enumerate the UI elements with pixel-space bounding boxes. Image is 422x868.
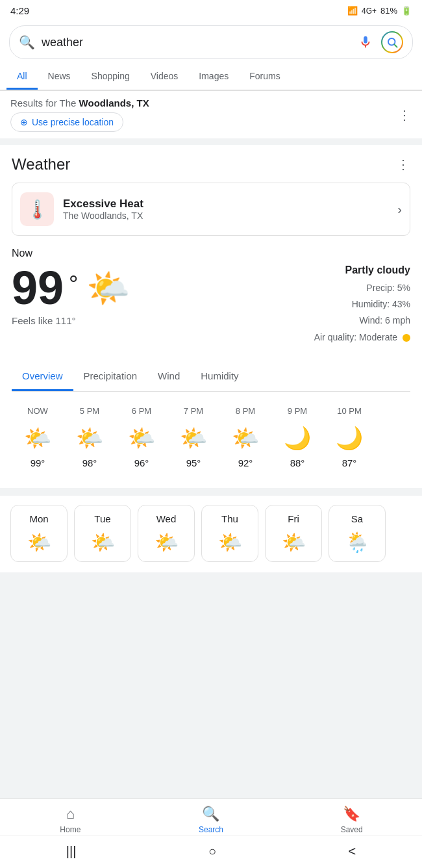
system-menu-button[interactable]: ||| xyxy=(53,841,90,862)
hour-temp-0: 99° xyxy=(31,457,45,468)
mic-button[interactable] xyxy=(356,33,375,51)
hour-icon-0: 🌤️ xyxy=(24,425,51,451)
tab-news[interactable]: News xyxy=(38,64,81,90)
daily-scroll[interactable]: Mon 🌤️ Tue 🌤️ Wed 🌤️ Thu 🌤️ Fri 🌤️ Sa 🌦️ xyxy=(0,502,422,572)
nav-search-label: Search xyxy=(199,825,223,834)
hour-icon-5: 🌙 xyxy=(284,425,311,451)
alert-subtitle: The Woodlands, TX xyxy=(63,211,143,221)
wtab-overview[interactable]: Overview xyxy=(12,363,73,391)
battery-icon: 🔋 xyxy=(401,6,412,16)
day-name-fri: Fri xyxy=(288,513,299,524)
search-bar-container: 🔍 weather xyxy=(0,19,422,64)
wtab-wind[interactable]: Wind xyxy=(147,363,190,391)
tab-forums[interactable]: Forums xyxy=(239,64,290,90)
hour-label-3: 7 PM xyxy=(184,406,203,416)
humidity-detail: Humidity: 43% xyxy=(314,296,410,313)
wtab-precipitation[interactable]: Precipitation xyxy=(73,363,148,391)
day-name-thu: Thu xyxy=(221,513,238,524)
wtab-humidity[interactable]: Humidity xyxy=(190,363,249,391)
search-tabs: All News Shopping Videos Images Forums xyxy=(0,64,422,90)
hour-icon-2: 🌤️ xyxy=(128,425,155,451)
day-card-mon: Mon 🌤️ xyxy=(10,505,68,562)
day-card-tue: Tue 🌤️ xyxy=(74,505,131,562)
tab-all[interactable]: All xyxy=(6,64,38,90)
thermometer-icon: 🌡️ xyxy=(26,199,49,220)
alert-chevron-icon: › xyxy=(397,202,402,217)
tab-videos[interactable]: Videos xyxy=(140,64,189,90)
hour-label-0: NOW xyxy=(27,406,48,416)
location-text: Results for The Woodlands, TX xyxy=(10,97,149,108)
nav-search[interactable]: 🔍 Search xyxy=(185,806,237,834)
lens-button[interactable] xyxy=(381,31,403,53)
hour-icon-3: 🌤️ xyxy=(180,425,207,451)
alert-title: Excessive Heat xyxy=(63,198,143,211)
system-back-button[interactable]: < xyxy=(336,841,369,862)
hour-label-5: 9 PM xyxy=(288,406,307,416)
day-name-wed: Wed xyxy=(156,513,177,524)
search-nav-icon: 🔍 xyxy=(202,806,219,823)
hour-temp-2: 96° xyxy=(134,457,149,468)
current-right: Partly cloudy Precip: 5% Humidity: 43% W… xyxy=(314,264,410,346)
daily-forecast-section: Mon 🌤️ Tue 🌤️ Wed 🌤️ Thu 🌤️ Fri 🌤️ Sa 🌦️ xyxy=(0,496,422,572)
air-quality-detail: Air quality: Moderate xyxy=(314,329,410,346)
tab-images[interactable]: Images xyxy=(188,64,239,90)
system-home-button[interactable]: ○ xyxy=(195,841,229,862)
current-weather-icon: 🌤️ xyxy=(86,268,130,309)
nav-home-label: Home xyxy=(60,825,81,834)
location-bar: Results for The Woodlands, TX ⊕ Use prec… xyxy=(0,90,422,138)
feels-like: Feels like 111° xyxy=(12,315,130,326)
system-nav: ||| ○ < xyxy=(0,836,422,868)
hour-icon-6: 🌙 xyxy=(336,425,363,451)
day-icon-tue: 🌤️ xyxy=(91,531,115,554)
nav-home[interactable]: ⌂ Home xyxy=(44,806,96,834)
day-card-thu: Thu 🌤️ xyxy=(201,505,258,562)
hour-label-1: 5 PM xyxy=(80,406,99,416)
location-city: Woodlands, TX xyxy=(79,97,149,108)
hour-item-4: 8 PM 🌤️ 92° xyxy=(219,402,271,472)
weather-more-button[interactable]: ⋮ xyxy=(397,158,410,171)
day-card-fri: Fri 🌤️ xyxy=(265,505,322,562)
home-icon: ⌂ xyxy=(66,806,75,823)
nav-saved-label: Saved xyxy=(341,825,363,834)
wind-detail: Wind: 6 mph xyxy=(314,313,410,329)
temp-unit: ° xyxy=(69,271,78,298)
wifi-icon: 📶 xyxy=(347,6,358,16)
hour-icon-1: 🌤️ xyxy=(76,425,103,451)
weather-tabs: Overview Precipitation Wind Humidity xyxy=(12,363,410,392)
day-icon-sa: 🌦️ xyxy=(345,531,369,554)
day-name-mon: Mon xyxy=(29,513,48,524)
day-icon-wed: 🌤️ xyxy=(155,531,179,554)
status-time: 4:29 xyxy=(10,5,29,16)
signal-icon: 4G+ xyxy=(362,6,377,16)
saved-icon: 🔖 xyxy=(343,806,360,823)
day-name-tue: Tue xyxy=(94,513,110,524)
location-pin-icon: ⊕ xyxy=(20,117,28,127)
current-weather: Now 99 ° 🌤️ Feels like 111° Partly cloud… xyxy=(12,248,410,352)
alert-icon: 🌡️ xyxy=(20,192,54,226)
hour-item-1: 5 PM 🌤️ 98° xyxy=(64,402,116,472)
hour-item-3: 7 PM 🌤️ 95° xyxy=(168,402,219,472)
precise-location-button[interactable]: ⊕ Use precise location xyxy=(10,112,123,132)
alert-text: Excessive Heat The Woodlands, TX xyxy=(63,198,143,221)
condition: Partly cloudy xyxy=(314,264,410,276)
search-icon: 🔍 xyxy=(19,34,35,50)
hour-temp-3: 95° xyxy=(186,457,201,468)
precip-detail: Precip: 5% xyxy=(314,280,410,296)
search-bar[interactable]: 🔍 weather xyxy=(9,25,413,59)
day-icon-thu: 🌤️ xyxy=(218,531,242,554)
precise-location-label: Use precise location xyxy=(32,117,114,127)
nav-saved[interactable]: 🔖 Saved xyxy=(326,806,378,834)
weather-header: Weather ⋮ xyxy=(12,155,410,173)
hour-item-0: NOW 🌤️ 99° xyxy=(12,402,64,472)
location-more-button[interactable]: ⋮ xyxy=(398,108,412,121)
tab-shopping[interactable]: Shopping xyxy=(81,64,140,90)
now-label: Now xyxy=(12,248,410,259)
hourly-forecast-scroll[interactable]: NOW 🌤️ 99° 5 PM 🌤️ 98° 6 PM 🌤️ 96° 7 PM … xyxy=(12,392,410,478)
temperature-row: 99 ° 🌤️ xyxy=(12,264,130,311)
hour-label-6: 10 PM xyxy=(337,406,362,416)
status-icons: 📶 4G+ 81% 🔋 xyxy=(347,6,412,16)
svg-line-1 xyxy=(394,44,397,47)
heat-alert-banner[interactable]: 🌡️ Excessive Heat The Woodlands, TX › xyxy=(12,183,410,236)
hourly-row: NOW 🌤️ 99° 5 PM 🌤️ 98° 6 PM 🌤️ 96° 7 PM … xyxy=(12,402,410,472)
hour-icon-4: 🌤️ xyxy=(232,425,259,451)
